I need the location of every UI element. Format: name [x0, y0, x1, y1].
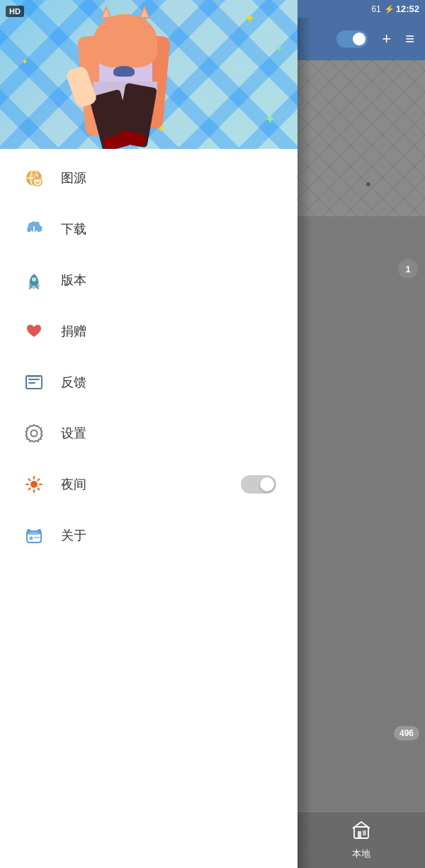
menu-list: 图源 下载 版本 捐赠 反馈 设置	[0, 149, 298, 868]
badge-count-496: 496	[394, 726, 419, 740]
nightmode-icon	[21, 472, 47, 497]
menu-item-about[interactable]: 关于	[0, 510, 298, 561]
svg-rect-29	[298, 60, 425, 216]
add-icon[interactable]: +	[382, 30, 391, 48]
svg-rect-25	[34, 537, 40, 538]
hd-label: HD	[6, 6, 24, 17]
sparkle-icon: ✦	[264, 111, 276, 128]
donate-icon	[21, 318, 47, 344]
drawer-panel: ✦ ✦ ✦ ✦ ✦ ✦	[0, 0, 298, 868]
right-panel: 61 ⚡ 12:52 + ≡ 1 496	[298, 0, 425, 868]
sparkle-icon: ✦	[275, 43, 283, 54]
att-label-area	[298, 809, 425, 868]
feedback-icon	[21, 369, 47, 395]
download-label: 下载	[61, 221, 276, 238]
svg-line-21	[29, 489, 30, 490]
character-art	[28, 0, 227, 149]
status-bar: 61 ⚡ 12:52	[298, 0, 425, 18]
svg-rect-9	[28, 382, 35, 384]
svg-line-18	[29, 479, 30, 481]
svg-point-24	[30, 537, 33, 540]
svg-rect-10	[28, 375, 40, 377]
sparkle-icon: ✦	[21, 57, 28, 67]
drawer-banner: ✦ ✦ ✦ ✦ ✦ ✦	[0, 0, 298, 149]
svg-point-6	[32, 277, 36, 282]
donate-label: 捐赠	[61, 323, 276, 340]
svg-rect-26	[27, 529, 30, 533]
menu-item-feedback[interactable]: 反馈	[0, 357, 298, 408]
svg-point-30	[366, 182, 370, 187]
menu-item-version[interactable]: 版本	[0, 255, 298, 306]
source-label: 图源	[61, 169, 276, 187]
diamond-bg	[298, 60, 425, 216]
right-header: + ≡	[298, 18, 425, 60]
battery-indicator: 61	[371, 4, 380, 14]
download-icon	[21, 216, 47, 242]
svg-point-13	[30, 481, 38, 488]
badge-count-1: 1	[398, 259, 418, 279]
right-content: 1 496	[298, 60, 425, 811]
version-label: 版本	[61, 272, 276, 289]
menu-item-nightmode[interactable]: 夜间	[0, 459, 298, 510]
version-icon	[21, 267, 47, 293]
char-bow	[113, 66, 135, 77]
svg-line-19	[38, 489, 40, 490]
menu-icon[interactable]: ≡	[405, 30, 414, 48]
svg-rect-8	[28, 379, 40, 380]
header-toggle[interactable]	[336, 30, 368, 48]
source-icon	[21, 165, 47, 191]
menu-item-source[interactable]: 图源	[0, 152, 298, 204]
menu-item-donate[interactable]: 捐赠	[0, 306, 298, 357]
svg-point-12	[31, 430, 38, 437]
nightmode-label: 夜间	[61, 476, 241, 493]
sparkle-icon: ✦	[244, 11, 255, 26]
clock: 12:52	[396, 4, 419, 14]
about-icon	[21, 523, 47, 548]
svg-line-20	[38, 479, 40, 481]
svg-rect-27	[38, 529, 41, 533]
about-label: 关于	[61, 527, 276, 544]
char-hair-top	[94, 14, 157, 67]
diamond-pattern-svg	[298, 60, 425, 216]
svg-marker-11	[26, 425, 42, 442]
settings-label: 设置	[61, 425, 276, 442]
settings-icon	[21, 421, 47, 446]
menu-item-download[interactable]: 下载	[0, 204, 298, 255]
nightmode-toggle[interactable]	[241, 475, 276, 494]
feedback-label: 反馈	[61, 374, 276, 391]
menu-item-settings[interactable]: 设置	[0, 408, 298, 459]
lightning-icon: ⚡	[384, 4, 395, 14]
